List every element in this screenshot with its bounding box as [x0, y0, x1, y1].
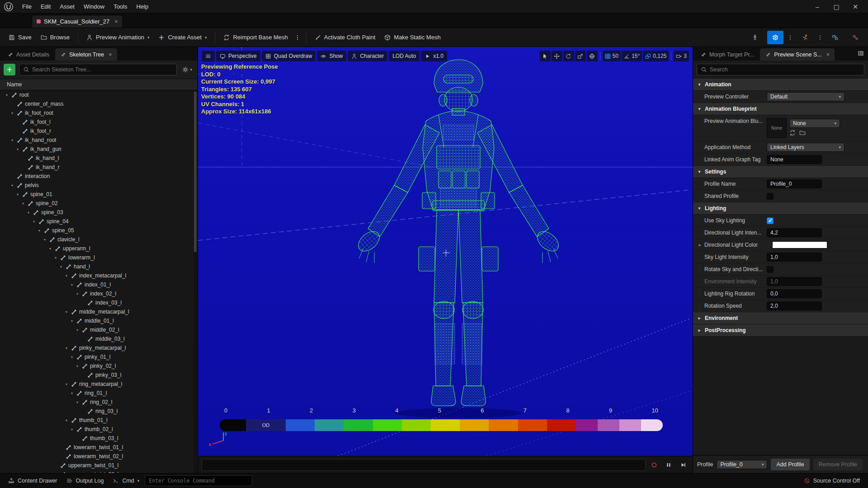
expand-arrow-icon[interactable]: ▾ — [697, 107, 702, 111]
content-drawer-button[interactable]: Content Drawer — [5, 475, 61, 486]
scale-snap-button[interactable]: 0,125 — [643, 51, 669, 61]
tree-row-ik-hand-root[interactable]: ▾ik_hand_root — [0, 136, 198, 145]
directional-light-inten-field[interactable]: 4,2 — [767, 228, 822, 237]
tree-row-ring-03-l[interactable]: ring_03_l — [0, 407, 198, 416]
close-button[interactable]: ✕ — [846, 1, 864, 13]
use-sky-lighting-checkbox[interactable] — [767, 217, 774, 224]
lod-button[interactable]: LOD Auto — [389, 51, 420, 61]
close-icon[interactable]: × — [114, 18, 118, 25]
expand-arrow-icon[interactable]: ▾ — [37, 229, 42, 233]
collapsed-arrow-icon[interactable]: ▸ — [697, 328, 702, 333]
sky-light-intensity-field[interactable]: 1,0 — [767, 253, 822, 262]
tree-row-ik-hand-gun[interactable]: ▾ik_hand_gun — [0, 145, 198, 154]
tree-row-pinky-03-l[interactable]: pinky_03_l — [0, 371, 198, 380]
expand-arrow-icon[interactable]: ▾ — [70, 355, 74, 359]
expand-arrow-icon[interactable]: ▾ — [15, 192, 20, 197]
panel-tab-asset-details[interactable]: Asset Details — [2, 48, 54, 61]
mesh-mode-button[interactable] — [767, 31, 783, 44]
tree-row-spine-02[interactable]: ▾spine_02 — [0, 199, 198, 208]
scrollbar-thumb[interactable] — [194, 91, 197, 252]
settings-search-box[interactable] — [697, 64, 864, 75]
profile-name-field[interactable]: Profile_0 — [767, 179, 822, 188]
tree-row-ik-foot-r[interactable]: ik_foot_r — [0, 127, 198, 136]
panel-tab-morph-target-pr[interactable]: Morph Target Pr... — [695, 48, 759, 61]
preview-controller-dropdown[interactable]: Default▾ — [767, 92, 844, 101]
viewport[interactable]: PerspectiveQuad OverdrawShowCharacterLOD… — [198, 47, 693, 456]
expand-arrow-icon[interactable]: ▾ — [64, 346, 69, 350]
collapsed-arrow-icon[interactable]: ▸ — [697, 316, 702, 320]
shared-profile-checkbox[interactable] — [767, 193, 774, 200]
activate-cloth-paint-button[interactable]: Activate Cloth Paint — [311, 31, 379, 44]
expand-arrow-icon[interactable]: ▾ — [48, 247, 52, 251]
expand-arrow-icon[interactable]: ▾ — [10, 111, 14, 115]
add-profile-button[interactable]: Add Profile — [771, 459, 809, 470]
reimport-base-mesh-button[interactable]: Reimport Base Mesh — [219, 31, 292, 44]
tree-row-pinky-metacarpal-l[interactable]: ▾pinky_metacarpal_l — [0, 343, 198, 352]
animation-mode-button[interactable] — [797, 31, 813, 44]
expand-arrow-icon[interactable]: ▾ — [70, 319, 74, 323]
menu-edit[interactable]: Edit — [37, 1, 55, 12]
create-asset-button[interactable]: Create Asset▾ — [154, 31, 211, 44]
tree-row-spine-05[interactable]: ▾spine_05 — [0, 226, 198, 235]
source-control-button[interactable]: Source Control Off — [800, 475, 863, 486]
tree-row-ik-foot-root[interactable]: ▾ik_foot_root — [0, 108, 198, 117]
expand-arrow-icon[interactable]: ▾ — [64, 274, 69, 278]
search-input[interactable] — [710, 66, 860, 73]
expand-arrow-icon[interactable]: ▾ — [42, 238, 47, 242]
tree-row-middle-01-l[interactable]: ▾middle_01_l — [0, 316, 198, 325]
rotate-button[interactable] — [563, 51, 574, 61]
expand-arrow-icon[interactable]: ▾ — [75, 292, 80, 296]
menu-file[interactable]: File — [18, 1, 36, 12]
expand-arrow-icon[interactable]: ▾ — [75, 364, 80, 368]
expand-arrow-icon[interactable]: ▾ — [64, 418, 69, 422]
skeleton-mode-button[interactable] — [747, 31, 763, 44]
browse-to-asset-button[interactable] — [799, 130, 806, 137]
category-lighting[interactable]: ▾Lighting — [693, 202, 868, 215]
tree-row-index-03-l[interactable]: index_03_l — [0, 298, 198, 307]
close-icon[interactable]: × — [108, 51, 112, 58]
use-selected-asset-button[interactable] — [789, 130, 796, 137]
category-animation-blueprint[interactable]: ▾Animation Blueprint — [693, 103, 868, 115]
console-input[interactable] — [149, 478, 248, 484]
mode-options-button[interactable] — [817, 34, 823, 41]
character-button[interactable]: Character — [348, 51, 387, 61]
category-postprocessing[interactable]: ▸PostProcessing — [693, 324, 868, 337]
tree-row-ik-hand-r[interactable]: ik_hand_r — [0, 163, 198, 172]
tree-row-ik-hand-l[interactable]: ik_hand_l — [0, 154, 198, 163]
panel-tab-preview-scene-s[interactable]: Preview Scene S...× — [760, 48, 835, 61]
tree-row-thumb-03-l[interactable]: thumb_03_l — [0, 434, 198, 443]
tree-row-middle-02-l[interactable]: ▾middle_02_l — [0, 325, 198, 334]
search-input[interactable] — [32, 66, 173, 73]
expand-arrow-icon[interactable]: ▾ — [697, 169, 702, 174]
save-button[interactable]: Save — [5, 31, 36, 44]
tree-row-thumb-01-l[interactable]: ▾thumb_01_l — [0, 416, 198, 425]
playback-speed-button[interactable]: x1.0 — [421, 51, 447, 61]
wireframe-character-mesh[interactable] — [350, 57, 567, 418]
menu-window[interactable]: Window — [80, 1, 108, 12]
collapsed-arrow-icon[interactable]: ▸ — [699, 243, 704, 247]
tree-row-middle-metacarpal-l[interactable]: ▾middle_metacarpal_l — [0, 307, 198, 316]
show-button[interactable]: Show — [317, 51, 346, 61]
expand-arrow-icon[interactable]: ▾ — [70, 427, 74, 432]
translate-button[interactable] — [552, 51, 562, 61]
tree-row-spine-03[interactable]: ▾spine_03 — [0, 208, 198, 217]
console-command-box[interactable] — [145, 475, 252, 486]
tree-row-index-01-l[interactable]: ▾index_01_l — [0, 280, 198, 289]
expand-arrow-icon[interactable]: ▾ — [15, 147, 20, 151]
rotate-sky-and-directi-checkbox[interactable] — [767, 266, 774, 273]
tree-row-root[interactable]: ▾root — [0, 90, 198, 99]
minimize-button[interactable]: – — [808, 1, 826, 13]
tree-row-pinky-01-l[interactable]: ▾pinky_01_l — [0, 352, 198, 361]
tree-row-thumb-02-l[interactable]: ▾thumb_02_l — [0, 425, 198, 434]
tree-row-center-of-mass[interactable]: center_of_mass — [0, 99, 198, 108]
tree-row-hand-l[interactable]: ▾hand_l — [0, 262, 198, 271]
expand-arrow-icon[interactable]: ▾ — [53, 256, 58, 260]
menu-tools[interactable]: Tools — [109, 1, 131, 12]
tree-row-ring-01-l[interactable]: ▾ring_01_l — [0, 389, 198, 398]
perspective-button[interactable]: Perspective — [216, 51, 260, 61]
application-method-dropdown[interactable]: Linked Layers▾ — [767, 143, 844, 152]
expand-arrow-icon[interactable]: ▾ — [26, 211, 31, 215]
tree-row-clavicle-l[interactable]: ▾clavicle_l — [0, 235, 198, 244]
asset-dropdown[interactable]: None▾ — [789, 119, 840, 128]
panel-options-button[interactable] — [856, 48, 866, 60]
